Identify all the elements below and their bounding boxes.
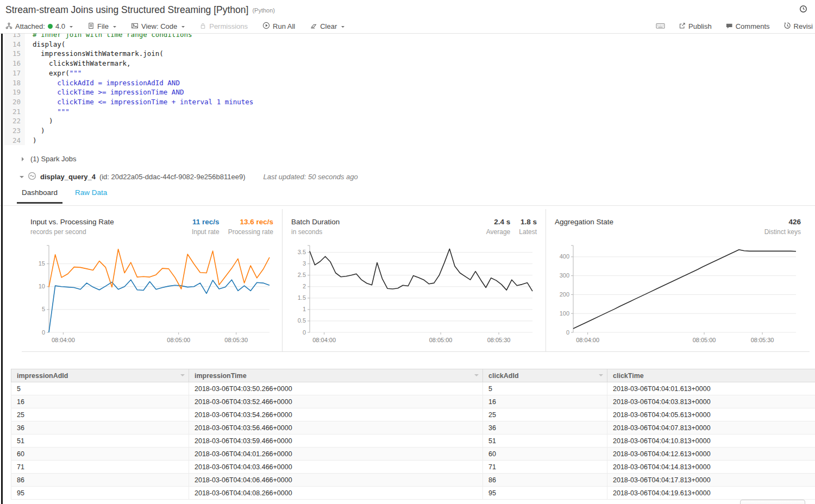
streaming-query-icon	[28, 172, 36, 182]
svg-text:2: 2	[303, 283, 306, 289]
table-row: 602018-03-06T04:04:01.266+0000602018-03-…	[11, 448, 815, 461]
table-cell: 25	[483, 408, 607, 421]
sort-caret-icon[interactable]	[180, 374, 185, 379]
table-cell: 2018-03-06T04:04:05.613+0000	[607, 408, 815, 421]
chart-stats: 11 rec/sInput rate13.6 rec/sProcessing r…	[192, 218, 274, 236]
code-line: 15 impressionsWithWatermark.join(	[4, 49, 815, 59]
tab-raw-data-label: Raw Data	[75, 188, 107, 197]
table-cell: 16	[11, 395, 189, 408]
table-cell: 2018-03-06T04:03:52.466+0000	[189, 395, 483, 408]
column-header-impressionAdId[interactable]: impressionAdId	[11, 369, 189, 382]
code-line: 24)	[4, 136, 815, 146]
table-row: 512018-03-06T04:03:59.466+0000512018-03-…	[11, 434, 815, 448]
notebook-title[interactable]: Stream-stream Joins using Structured Str…	[5, 4, 248, 16]
run-all-button[interactable]: Run All	[262, 22, 295, 31]
code-line: 14display(	[4, 40, 815, 49]
file-icon	[87, 22, 95, 31]
chart-title: Batch Duration	[291, 218, 340, 226]
column-header-clickTime[interactable]: clickTime	[607, 369, 815, 382]
svg-text:08:04:00: 08:04:00	[52, 337, 75, 343]
code-line: 21 """	[4, 107, 815, 117]
view-menu[interactable]: View: Code	[131, 22, 185, 31]
tab-dashboard[interactable]: Dashboard	[17, 188, 62, 204]
tab-dashboard-label: Dashboard	[22, 188, 58, 197]
cluster-icon	[5, 22, 12, 31]
chart-stat: 11 rec/sInput rate	[192, 218, 220, 236]
table-cell: 60	[11, 448, 189, 461]
sort-caret-icon[interactable]	[599, 374, 603, 379]
schedule-clock-icon[interactable]	[799, 5, 807, 15]
line-number: 21	[4, 107, 25, 117]
column-header-clickAdId[interactable]: clickAdId	[483, 369, 607, 382]
line-number: 24	[4, 136, 25, 146]
eraser-icon	[310, 22, 317, 31]
chart-subtitle: records per second	[30, 228, 114, 236]
chart-title: Input vs. Processing Rate	[30, 218, 114, 226]
column-header-impressionTime[interactable]: impressionTime	[189, 369, 483, 382]
revision-history-icon	[783, 22, 791, 31]
table-cell: 95	[11, 487, 189, 500]
code-line: 17 expr("""	[4, 68, 815, 78]
svg-text:1.5: 1.5	[298, 294, 306, 301]
code-line: 18 clickAdId = impressionAdId AND	[4, 78, 815, 88]
svg-text:3.5: 3.5	[298, 249, 306, 255]
table-row: 362018-03-06T04:03:56.466+0000362018-03-…	[11, 421, 815, 434]
svg-text:08:04:00: 08:04:00	[576, 337, 599, 343]
comments-button[interactable]: Comments	[725, 22, 770, 31]
language-badge: (Python)	[252, 7, 275, 14]
code-editor[interactable]: 13# inner join with time range condition…	[4, 30, 815, 145]
table-cell: 2018-03-06T04:04:01.613+0000	[607, 382, 815, 395]
table-cell: 51	[483, 434, 607, 448]
spark-jobs-toggle[interactable]: (1) Spark Jobs	[22, 155, 77, 163]
column-header-label: impressionTime	[195, 372, 247, 380]
view-label: View: Code	[141, 22, 177, 30]
revision-history-button[interactable]: Revisi	[783, 22, 813, 31]
tab-raw-data[interactable]: Raw Data	[70, 188, 112, 204]
publish-label: Publish	[688, 22, 712, 30]
chart-stat-label: Latest	[519, 228, 537, 236]
table-cell: 2018-03-06T04:04:01.266+0000	[189, 448, 483, 461]
collapse-down-icon[interactable]	[20, 176, 24, 180]
keyboard-shortcuts-button[interactable]	[656, 22, 665, 31]
sort-caret-icon[interactable]	[474, 374, 479, 379]
svg-text:08:05:00: 08:05:00	[693, 337, 716, 343]
table-footer-button[interactable]	[740, 500, 805, 504]
attached-cluster-menu[interactable]: Attached: 4.0	[5, 22, 73, 31]
svg-text:200: 200	[560, 291, 569, 298]
cluster-name: 4.0	[55, 22, 65, 30]
query-id: (id: 20d22a05-ddac-44cf-9082-9e256b811ee…	[99, 173, 246, 181]
table-cell: 2018-03-06T04:04:10.813+0000	[607, 434, 815, 448]
svg-text:10: 10	[39, 283, 45, 289]
code-text: display(	[25, 40, 65, 49]
query-name: display_query_4	[40, 173, 96, 181]
code-text: clicksWithWatermark,	[25, 59, 131, 68]
svg-text:08:05:00: 08:05:00	[167, 337, 190, 343]
table-cell: 5	[11, 382, 189, 395]
lock-icon	[199, 22, 206, 31]
expand-right-icon	[22, 157, 26, 161]
chart-title: Aggregation State	[555, 218, 613, 226]
tabs-divider	[0, 205, 815, 206]
svg-text:1: 1	[303, 306, 306, 312]
line-number: 23	[4, 126, 25, 136]
chart-panel-aggregation-state: Aggregation State 426Distinct keys 01002…	[546, 209, 810, 351]
table-cell: 2018-03-06T04:04:07.813+0000	[607, 421, 815, 434]
chart-stat: 426Distinct keys	[764, 218, 801, 236]
chart-stat-value: 2.4 s	[486, 218, 510, 226]
table-cell: 71	[11, 461, 189, 474]
line-number: 22	[4, 116, 25, 126]
table-cell: 2018-03-06T04:03:56.466+0000	[189, 421, 483, 434]
clear-menu[interactable]: Clear	[310, 22, 344, 31]
table-cell: 95	[483, 487, 607, 500]
file-menu[interactable]: File	[87, 22, 116, 31]
chevron-down-icon	[181, 26, 185, 29]
chart-panel-batch-duration: Batch Duration in seconds 2.4 sAverage1.…	[283, 209, 546, 351]
revision-history-label: Revisi	[794, 22, 813, 30]
publish-button[interactable]: Publish	[679, 22, 712, 31]
permissions-label: Permissions	[209, 22, 248, 30]
result-table: impressionAdIdimpressionTimeclickAdIdcli…	[11, 369, 815, 500]
run-all-icon	[262, 22, 270, 31]
table-row: 252018-03-06T04:03:54.266+0000252018-03-…	[11, 408, 815, 421]
code-line: 20 clickTime <= impressionTime + interva…	[4, 97, 815, 107]
svg-text:0: 0	[303, 329, 306, 336]
